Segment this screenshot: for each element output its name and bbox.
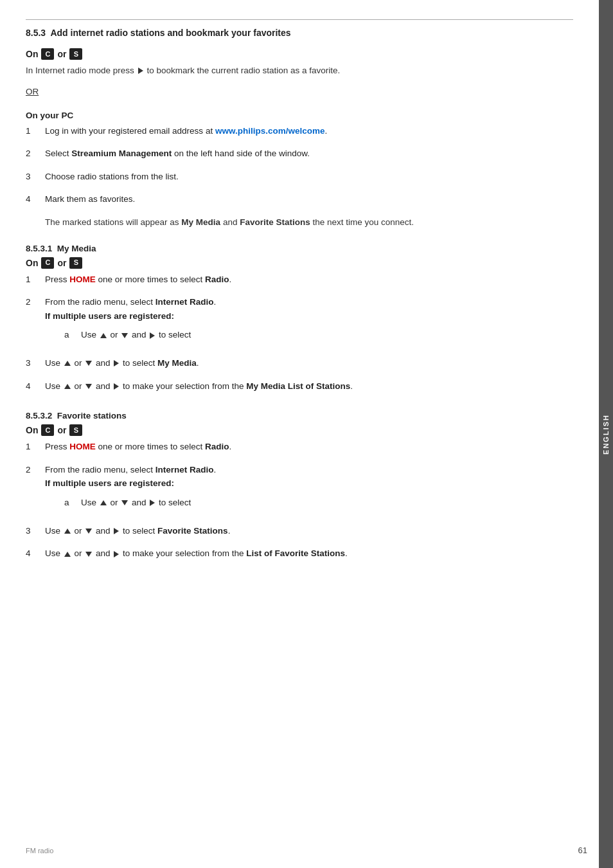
home-text-532-1: HOME <box>69 442 96 451</box>
section-divider <box>26 19 573 20</box>
532-step-4-content: Use or and to make your selection from t… <box>45 547 573 561</box>
section-title: 8.5.3 Add internet radio stations and bo… <box>26 28 573 38</box>
arrow-up-icon-532a <box>100 500 107 505</box>
device-badge-s: S <box>69 48 82 60</box>
531-sub-item-a: a Use or and to select <box>64 328 573 342</box>
531-step-4-content: Use or and to make your selection from t… <box>45 379 573 393</box>
531-step-4: 4 Use or and to make your selection from… <box>26 379 573 393</box>
arrow-down-icon-532-4 <box>85 552 92 557</box>
multiple-users-bold-531: If multiple users are registered: <box>45 311 174 321</box>
subsection-531-title: 8.5.3.1 My Media <box>26 244 573 253</box>
pc-step-3: 3 Choose radio stations from the list. <box>26 170 573 184</box>
my-media-list-bold: My Media List of Stations <box>246 381 350 391</box>
step-num-2: 2 <box>26 147 45 161</box>
arrow-right-icon-532a <box>150 500 155 506</box>
531-step-3-content: Use or and to select My Media. <box>45 356 573 370</box>
subsection-531-heading: My Media <box>57 244 96 253</box>
body-text-1-after: to bookmark the current radio station as… <box>147 66 340 75</box>
step-num-1: 1 <box>26 124 45 138</box>
subsection-532-title: 8.5.3.2 Favorite stations <box>26 411 573 420</box>
device-badge-s-531: S <box>69 257 82 269</box>
531-step-num-3: 3 <box>26 356 45 370</box>
or-separator: OR <box>26 87 573 96</box>
531-steps-list: 1 Press HOME one or more times to select… <box>26 273 573 393</box>
subsection-532-number: 8.5.3.2 <box>26 411 52 420</box>
my-media-bold: My Media <box>181 217 220 227</box>
streamium-bold: Streamium Management <box>71 149 172 158</box>
531-step-2: 2 From the radio menu, select Internet R… <box>26 295 573 347</box>
list-favorite-bold: List of Favorite Stations <box>246 548 345 558</box>
531-step-2-content: From the radio menu, select Internet Rad… <box>45 295 573 347</box>
step-3-content: Choose radio stations from the list. <box>45 170 573 184</box>
532-sub-item-a: a Use or and to select <box>64 496 573 510</box>
internet-radio-bold-531: Internet Radio <box>155 297 214 307</box>
internet-radio-bold-532: Internet Radio <box>155 465 214 475</box>
subsection-532-heading: Favorite stations <box>57 411 127 420</box>
532-step-num-4: 4 <box>26 547 45 561</box>
pc-step-2: 2 Select Streamium Management on the lef… <box>26 147 573 161</box>
note-text: The marked stations will appear as My Me… <box>45 215 573 230</box>
arrow-right-icon-532-4 <box>114 551 119 557</box>
radio-bold-531-1: Radio <box>205 275 229 284</box>
sub-label-a-532: a <box>64 496 81 510</box>
arrow-down-icon-532a <box>121 500 128 505</box>
531-step-num-1: 1 <box>26 273 45 287</box>
page-number: 61 <box>578 845 587 855</box>
532-step-1-content: Press HOME one or more times to select R… <box>45 440 573 454</box>
step-4-content: Mark them as favorites. <box>45 192 573 206</box>
arrow-down-icon-531a <box>121 333 128 338</box>
on-device-label-531: On C or S <box>26 257 573 269</box>
on-text-531: On <box>26 258 38 268</box>
step-num-3: 3 <box>26 170 45 184</box>
subsection-531-number: 8.5.3.1 <box>26 244 52 253</box>
531-step-num-4: 4 <box>26 379 45 393</box>
favorite-stations-bold-532: Favorite Stations <box>157 526 228 536</box>
531-step-3: 3 Use or and to select My Media. <box>26 356 573 370</box>
sub-label-a-531: a <box>64 328 81 342</box>
arrow-right-icon-531a <box>150 332 155 339</box>
side-tab-text: ENGLISH <box>602 414 610 455</box>
home-text-531-1: HOME <box>69 275 96 284</box>
arrow-right-icon <box>138 68 143 74</box>
multiple-users-bold-532: If multiple users are registered: <box>45 478 174 488</box>
step-1-content: Log in with your registered email addres… <box>45 124 573 138</box>
philips-link[interactable]: www.philips.com/welcome <box>215 126 325 136</box>
body-text-1: In Internet radio mode press to bookmark… <box>26 64 573 78</box>
footer: FM radio 61 <box>26 845 587 855</box>
on-text-1: On <box>26 49 38 59</box>
532-step-num-2: 2 <box>26 463 45 477</box>
arrow-right-icon-531-3 <box>114 360 119 366</box>
arrow-up-icon-531-3 <box>64 361 71 366</box>
532-steps-list: 1 Press HOME one or more times to select… <box>26 440 573 561</box>
arrow-down-icon-531-4 <box>85 384 92 389</box>
side-tab: ENGLISH <box>599 0 613 868</box>
arrow-right-icon-532-3 <box>114 528 119 534</box>
arrow-up-icon-531a <box>100 333 107 338</box>
532-step-3-content: Use or and to select Favorite Stations. <box>45 524 573 538</box>
pc-step-4: 4 Mark them as favorites. <box>26 192 573 206</box>
532-step-num-1: 1 <box>26 440 45 454</box>
body-text-1-before: In Internet radio mode press <box>26 66 134 75</box>
arrow-down-icon-531-3 <box>85 361 92 366</box>
section-heading: Add internet radio stations and bookmark… <box>50 28 290 38</box>
531-step-1-content: Press HOME one or more times to select R… <box>45 273 573 287</box>
step-2-content: Select Streamium Management on the left … <box>45 147 573 161</box>
pc-steps-list: 1 Log in with your registered email addr… <box>26 124 573 206</box>
or-text-1: or <box>57 49 66 59</box>
531-step-num-2: 2 <box>26 295 45 309</box>
on-device-label-1: On C or S <box>26 48 573 60</box>
532-step-num-3: 3 <box>26 524 45 538</box>
532-step-2: 2 From the radio menu, select Internet R… <box>26 463 573 515</box>
favorite-stations-bold: Favorite Stations <box>240 217 310 227</box>
device-badge-c: C <box>41 48 54 60</box>
532-step-4: 4 Use or and to make your selection from… <box>26 547 573 561</box>
532-step-1: 1 Press HOME one or more times to select… <box>26 440 573 454</box>
or-text-531: or <box>57 258 66 268</box>
device-badge-s-532: S <box>69 424 82 436</box>
arrow-up-icon-532-3 <box>64 529 71 534</box>
sub-item-a-content-531: Use or and to select <box>81 328 191 342</box>
on-your-pc-title: On your PC <box>26 111 573 120</box>
532-step-2-content: From the radio menu, select Internet Rad… <box>45 463 573 515</box>
step-num-4: 4 <box>26 192 45 206</box>
on-device-label-532: On C or S <box>26 424 573 436</box>
